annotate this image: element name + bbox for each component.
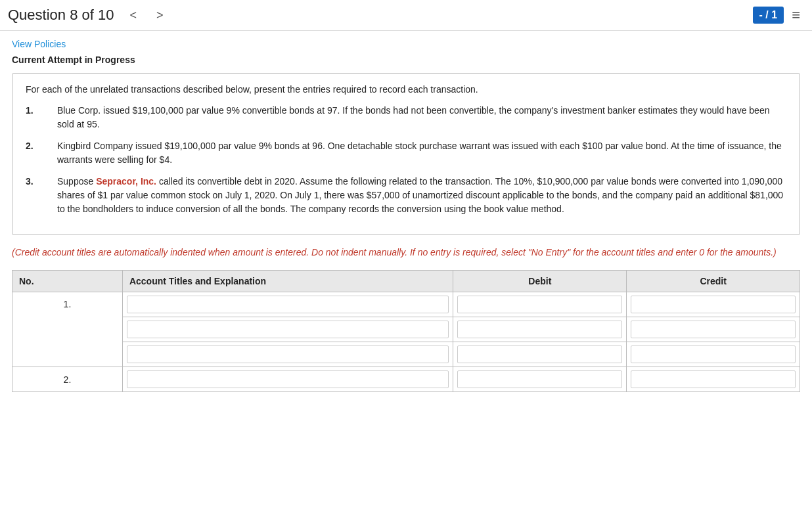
entry-table: No. Account Titles and Explanation Debit… [12,270,800,392]
debit-cell-1-2 [453,317,627,342]
row-group-num-2: 2. [12,367,123,392]
account-cell-1-3 [122,342,453,367]
credit-cell-1-3 [627,342,800,367]
content-area: View Policies Current Attempt in Progres… [0,31,812,392]
item-text-3: Suppose Sepracor, Inc. called its conver… [57,175,786,216]
question-intro: For each of the unrelated transactions d… [26,84,786,95]
credit-cell-1-1 [627,292,800,317]
score-badge: - / 1 [753,7,784,24]
table-row [12,317,800,342]
highlight-sepracor: Sepracor, Inc. [96,176,156,187]
debit-cell-1-3 [453,342,627,367]
col-header-no: No. [12,271,123,292]
question-title: Question 8 of 10 [8,7,114,24]
question-list: 1. Blue Corp. issued $19,100,000 par val… [26,104,786,216]
table-row: 1. [12,292,800,317]
item-number-2: 2. [26,139,57,167]
account-input-1-1[interactable] [127,296,449,313]
header-left: Question 8 of 10 < > [8,7,167,24]
credit-input-2-1[interactable] [631,370,796,388]
col-header-debit: Debit [453,271,627,292]
current-attempt-label: Current Attempt in Progress [12,55,800,65]
credit-cell-2-1 [627,367,800,392]
row-group-num-1: 1. [12,292,123,367]
item-number-3: 3. [26,175,57,216]
credit-input-1-1[interactable] [631,296,796,313]
item-text-2: Kingbird Company issued $19,100,000 par … [57,139,786,167]
next-button[interactable]: > [152,7,168,24]
list-icon[interactable]: ≡ [792,7,800,24]
credit-cell-1-2 [627,317,800,342]
col-header-credit: Credit [627,271,800,292]
table-row [12,342,800,367]
account-input-2-1[interactable] [127,370,449,388]
debit-cell-2-1 [453,367,627,392]
table-row: 2. [12,367,800,392]
account-cell-2-1 [122,367,453,392]
list-item: 3. Suppose Sepracor, Inc. called its con… [26,175,786,216]
debit-input-1-3[interactable] [457,346,622,363]
item-number-1: 1. [26,104,57,131]
header-right: - / 1 ≡ [753,7,800,24]
instruction-note: (Credit account titles are automatically… [12,246,800,259]
account-cell-1-2 [122,317,453,342]
view-policies-link[interactable]: View Policies [12,39,66,49]
prev-button[interactable]: < [125,7,141,24]
account-cell-1-1 [122,292,453,317]
question-box: For each of the unrelated transactions d… [12,73,800,235]
credit-input-1-2[interactable] [631,321,796,338]
debit-input-2-1[interactable] [457,370,622,388]
list-item: 1. Blue Corp. issued $19,100,000 par val… [26,104,786,131]
account-input-1-3[interactable] [127,346,449,363]
account-input-1-2[interactable] [127,321,449,338]
debit-input-1-1[interactable] [457,296,622,313]
item-text-1: Blue Corp. issued $19,100,000 par value … [57,104,786,131]
debit-cell-1-1 [453,292,627,317]
col-header-account: Account Titles and Explanation [122,271,453,292]
header: Question 8 of 10 < > - / 1 ≡ [0,0,812,31]
debit-input-1-2[interactable] [457,321,622,338]
list-item: 2. Kingbird Company issued $19,100,000 p… [26,139,786,167]
credit-input-1-3[interactable] [631,346,796,363]
